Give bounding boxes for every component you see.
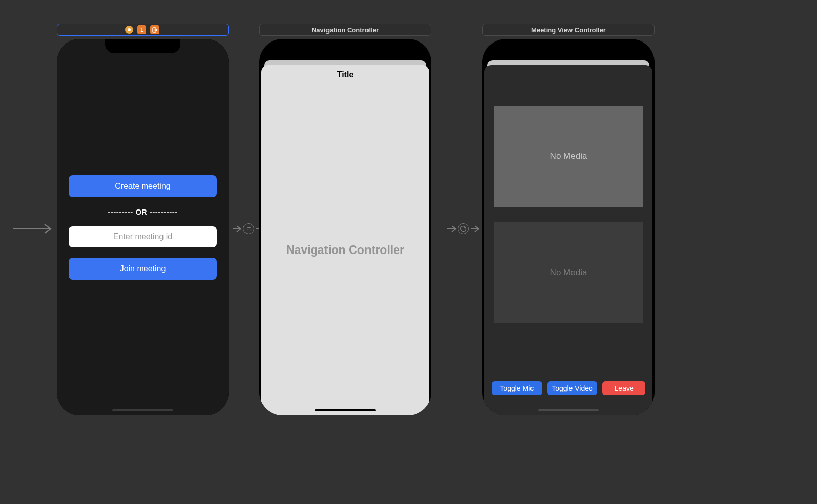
phone-notch <box>531 39 606 53</box>
join-meeting-button[interactable]: Join meeting <box>69 258 217 280</box>
scene-start-viewcontroller[interactable]: Create meeting --------- OR ---------- J… <box>57 39 229 415</box>
nav-bar-title: Title <box>261 65 429 85</box>
meeting-front-card: No Media No Media Toggle Mic Toggle Vide… <box>484 65 652 415</box>
toggle-video-button[interactable]: Toggle Video <box>547 381 598 395</box>
video-tile-local-label: No Media <box>550 268 587 278</box>
scene-header-meeting[interactable]: Meeting View Controller <box>482 24 655 36</box>
meeting-id-input[interactable] <box>69 226 217 247</box>
phone-notch <box>105 39 180 53</box>
home-indicator <box>538 409 599 411</box>
nav-placeholder-label: Navigation Controller <box>261 85 429 415</box>
scene-header-meeting-label: Meeting View Controller <box>531 26 606 34</box>
first-responder-icon: 1 <box>137 25 146 34</box>
video-tile-remote[interactable]: No Media <box>494 106 643 207</box>
storyboard-entry-arrow <box>12 223 54 235</box>
home-indicator <box>112 409 173 411</box>
create-meeting-button[interactable]: Create meeting <box>69 175 217 197</box>
start-screen-body: Create meeting --------- OR ---------- J… <box>57 39 229 415</box>
video-tile-remote-label: No Media <box>550 151 587 161</box>
segue-relationship-icon <box>458 223 469 234</box>
meeting-controls-bar: Toggle Mic Toggle Video Leave <box>492 381 645 395</box>
home-indicator <box>315 409 376 411</box>
video-tile-local[interactable]: No Media <box>494 222 643 323</box>
segue-present-icon <box>243 223 254 234</box>
or-divider-label: --------- OR ---------- <box>69 207 217 216</box>
exit-icon <box>150 25 159 34</box>
leave-button[interactable]: Leave <box>602 381 645 395</box>
scene-header-nav-label: Navigation Controller <box>312 26 379 34</box>
meeting-card-stack: No Media No Media Toggle Mic Toggle Vide… <box>484 60 652 415</box>
segue-arrow-relationship[interactable] <box>447 223 481 235</box>
phone-notch <box>308 39 383 53</box>
toggle-mic-button[interactable]: Toggle Mic <box>492 381 542 395</box>
nav-front-card: Title Navigation Controller <box>261 65 429 415</box>
scene-meeting-viewcontroller[interactable]: No Media No Media Toggle Mic Toggle Vide… <box>482 39 655 415</box>
scene-header-nav[interactable]: Navigation Controller <box>259 24 431 36</box>
scene-header-start[interactable]: 1 <box>57 24 229 36</box>
scene-navigation-controller[interactable]: Title Navigation Controller <box>259 39 431 415</box>
viewcontroller-icon <box>125 26 133 34</box>
nav-card-stack: Title Navigation Controller <box>261 60 429 415</box>
